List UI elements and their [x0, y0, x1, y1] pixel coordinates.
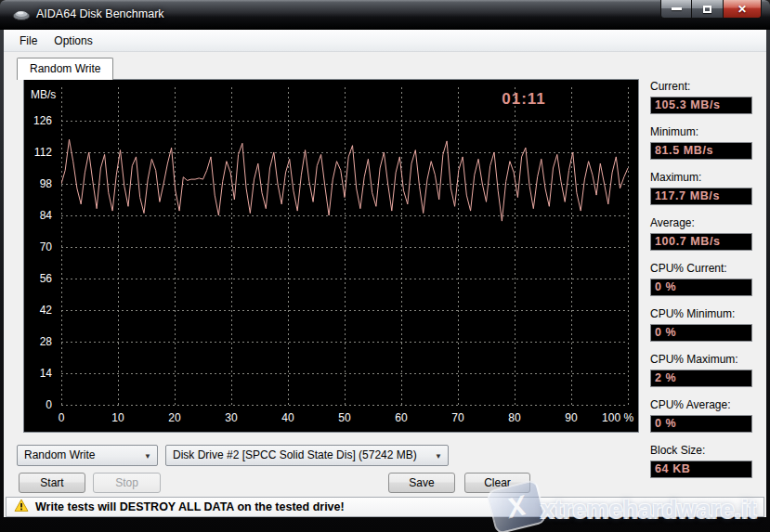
stat-value: 64 KB: [650, 461, 752, 478]
drive-select[interactable]: Disk Drive #2 [SPCC Solid State Dis] (57…: [165, 445, 449, 466]
stats-panel: Current:105.3 MB/sMinimum:81.5 MB/sMaxim…: [650, 80, 754, 489]
y-tick-label: 70: [24, 240, 52, 254]
stat-value: 81.5 MB/s: [650, 142, 752, 160]
x-tick-label: 30: [225, 411, 237, 424]
x-tick-label: 60: [395, 411, 407, 424]
stat-label: Average:: [650, 216, 754, 230]
drive-select-value: Disk Drive #2 [SPCC Solid State Dis] (57…: [173, 448, 417, 461]
stat-value: 0 %: [650, 279, 752, 296]
stat-row: CPU% Minimum:0 %: [650, 307, 754, 342]
y-tick-label: 98: [24, 176, 52, 191]
stat-value: 2 %: [650, 370, 752, 387]
y-tick-label: 14: [24, 366, 52, 381]
tab-random-write[interactable]: Random Write: [17, 58, 113, 80]
y-tick-label: 56: [24, 271, 52, 286]
stat-label: CPU% Current:: [650, 262, 754, 276]
maximize-button[interactable]: [692, 0, 723, 19]
stat-row: Current:105.3 MB/s: [650, 80, 754, 114]
y-tick-label: 112: [24, 145, 52, 160]
x-tick-label: 20: [168, 411, 180, 424]
status-warning-text: Write tests will DESTROY ALL DATA on the…: [35, 500, 345, 513]
warning-icon: [14, 499, 29, 516]
stat-value: 0 %: [650, 324, 752, 342]
y-tick-label: 0: [24, 397, 52, 412]
stat-label: Current:: [650, 80, 754, 94]
stat-row: CPU% Current:0 %: [650, 262, 754, 296]
line-chart: [61, 87, 630, 407]
y-tick-label: 84: [24, 208, 52, 223]
stat-row: Minimum:81.5 MB/s: [650, 125, 754, 160]
test-type-select[interactable]: Random Write ▼: [17, 445, 158, 466]
menu-file[interactable]: File: [11, 32, 46, 50]
stat-value: 117.7 MB/s: [650, 188, 752, 205]
x-tick-label: 100 %: [602, 411, 633, 424]
close-button[interactable]: ✕: [723, 0, 762, 19]
x-tick-label: 40: [281, 411, 294, 424]
stat-label: CPU% Minimum:: [650, 307, 754, 321]
stat-value: 105.3 MB/s: [650, 97, 752, 114]
clear-button[interactable]: Clear: [464, 473, 530, 493]
x-tick-label: 10: [111, 411, 124, 424]
start-button[interactable]: Start: [19, 473, 85, 493]
app-icon: [12, 8, 31, 21]
stat-label: Maximum:: [650, 171, 754, 185]
titlebar: AIDA64 Disk Benchmark ✕: [0, 0, 770, 30]
elapsed-time: 01:11: [487, 90, 561, 109]
y-axis-unit-label: MB/s: [31, 88, 56, 101]
stat-row: Block Size:64 KB: [650, 444, 754, 478]
x-tick-label: 70: [451, 411, 463, 424]
caption-buttons: ✕: [660, 0, 762, 19]
stat-label: CPU% Average:: [650, 398, 754, 412]
stat-row: CPU% Average:0 %: [650, 398, 754, 433]
stat-value: 0 %: [650, 415, 752, 433]
stat-row: Maximum:117.7 MB/s: [650, 171, 754, 205]
stop-button: Stop: [93, 473, 161, 493]
chevron-down-icon: ▼: [435, 447, 442, 466]
menubar: File Options: [4, 30, 766, 52]
stat-value: 100.7 MB/s: [650, 233, 752, 251]
test-type-value: Random Write: [24, 448, 95, 461]
x-tick-label: 50: [338, 411, 350, 424]
maximize-icon: [703, 6, 711, 13]
status-bar: Write tests will DESTROY ALL DATA on the…: [6, 497, 764, 517]
stat-label: Minimum:: [650, 125, 754, 139]
stat-label: Block Size:: [650, 444, 754, 458]
menu-options[interactable]: Options: [46, 32, 100, 50]
y-tick-label: 126: [24, 113, 52, 128]
chart-panel: MB/s 126112988470564228140 01:11 0102030…: [23, 79, 639, 433]
chevron-down-icon: ▼: [144, 447, 151, 466]
x-tick-label: 80: [508, 411, 520, 424]
stat-row: CPU% Maximum:2 %: [650, 353, 754, 387]
minimize-button[interactable]: [660, 0, 692, 19]
minimize-icon: [672, 7, 682, 10]
stat-row: Average:100.7 MB/s: [650, 216, 754, 251]
save-button[interactable]: Save: [388, 473, 455, 493]
close-icon: ✕: [737, 3, 747, 16]
app-window: AIDA64 Disk Benchmark ✕ File Options Ran…: [0, 0, 770, 532]
y-tick-label: 42: [24, 303, 52, 318]
y-tick-label: 28: [24, 334, 52, 349]
stat-label: CPU% Maximum:: [650, 353, 754, 367]
x-tick-label: 0: [59, 411, 65, 424]
window-title: AIDA64 Disk Benchmark: [36, 0, 164, 30]
x-tick-label: 90: [565, 411, 577, 424]
